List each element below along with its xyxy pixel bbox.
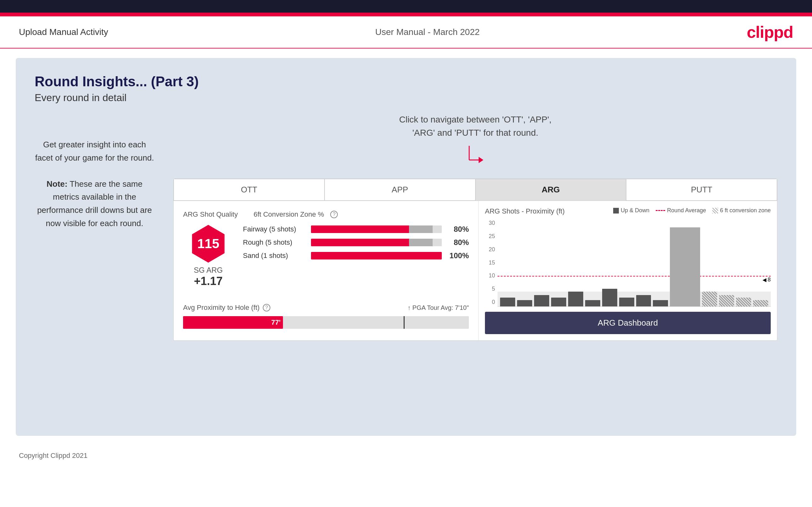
- main-card: OTT APP ARG PUTT ARG Shot Quality 6ft Co…: [173, 178, 777, 341]
- annotation-text: Click to navigate between 'OTT', 'APP', …: [399, 113, 552, 139]
- upload-manual-label[interactable]: Upload Manual Activity: [19, 27, 108, 37]
- tab-bar: OTT APP ARG PUTT: [173, 179, 777, 201]
- bar-5: [568, 292, 583, 306]
- proximity-help-icon[interactable]: ?: [263, 304, 270, 312]
- bar-group-4: [551, 219, 566, 306]
- legend-updown: Up & Down: [613, 207, 649, 214]
- shot-row-fairway: Fairway (5 shots) 80%: [243, 225, 469, 234]
- chart-title: ARG Shots - Proximity (ft): [485, 207, 565, 215]
- y-label-25: 25: [485, 233, 496, 240]
- svg-marker-2: [478, 157, 484, 163]
- shot-row-sand: Sand (1 shots) 100%: [243, 251, 469, 260]
- bars-container: [498, 219, 771, 306]
- bar-4: [551, 297, 566, 306]
- y-label-15: 15: [485, 260, 496, 266]
- main-content: Round Insights... (Part 3) Every round i…: [16, 58, 796, 436]
- chart-legend: Up & Down Round Average 6 ft conversion …: [613, 207, 771, 214]
- legend-updown-icon: [613, 208, 619, 214]
- bar-3: [534, 295, 549, 306]
- bar-sand: [311, 252, 442, 260]
- shot-label-fairway: Fairway (5 shots): [243, 225, 306, 233]
- proximity-marker: [404, 316, 405, 329]
- copyright-text: Copyright Clippd 2021: [19, 452, 88, 459]
- bar-11-light: [670, 227, 700, 306]
- logo: clippd: [747, 23, 793, 42]
- bar-group-5: [568, 219, 583, 306]
- page-subtitle: Every round in detail: [35, 92, 777, 104]
- proximity-section: Avg Proximity to Hole (ft) ? ↑ PGA Tour …: [183, 303, 469, 329]
- left-card-content: ARG Shot Quality 6ft Conversion Zone % ?…: [173, 201, 478, 340]
- bar-14-hatched: [736, 297, 751, 306]
- hexagon-area: 115 SG ARG +1.17: [183, 225, 234, 294]
- bar-group-11: [670, 219, 700, 306]
- y-label-0: 0: [485, 299, 496, 305]
- top-bar: [0, 0, 812, 13]
- y-label-30: 30: [485, 220, 496, 226]
- proximity-fill: 77': [183, 316, 283, 329]
- chart-header: ARG Shots - Proximity (ft) Up & Down Rou…: [485, 207, 771, 215]
- chart-plot: ◀ 8: [498, 219, 771, 307]
- arg-dashboard-button[interactable]: ARG Dashboard: [485, 312, 771, 334]
- pct-fairway: 80%: [447, 225, 469, 234]
- bar-6: [585, 300, 600, 306]
- sg-value: +1.17: [194, 275, 222, 288]
- bar-group-3: [534, 219, 549, 306]
- bar-group-2: [517, 219, 532, 306]
- bar-group-13: [719, 219, 734, 306]
- y-axis: 0 5 10 15 20 25 30: [485, 219, 496, 307]
- manual-date-label: User Manual - March 2022: [375, 27, 479, 37]
- note-label: Note:: [47, 179, 67, 189]
- bar-9: [636, 295, 651, 306]
- bar-15-hatched: [753, 300, 768, 306]
- bar-group-6: [585, 219, 600, 306]
- y-label-5: 5: [485, 286, 496, 292]
- proximity-value: 77': [271, 318, 281, 327]
- legend-6ft: 6 ft conversion zone: [712, 207, 771, 214]
- tab-app[interactable]: APP: [324, 179, 475, 201]
- left-description: Get greater insight into each facet of y…: [35, 138, 154, 230]
- shot-quality-header: ARG Shot Quality 6ft Conversion Zone % ?: [183, 210, 469, 219]
- hex-score: 115: [189, 225, 227, 263]
- footer: Copyright Clippd 2021: [0, 445, 812, 466]
- pct-sand: 100%: [447, 251, 469, 260]
- chart-area: 0 5 10 15 20 25 30: [485, 219, 771, 307]
- right-section: Click to navigate between 'OTT', 'APP', …: [173, 113, 777, 341]
- shot-label-sand: Sand (1 shots): [243, 251, 306, 260]
- bar-group-10: [653, 219, 668, 306]
- proximity-header: Avg Proximity to Hole (ft) ? ↑ PGA Tour …: [183, 303, 469, 312]
- bar-7: [602, 289, 617, 306]
- card-body: ARG Shot Quality 6ft Conversion Zone % ?…: [173, 201, 777, 340]
- y-label-10: 10: [485, 272, 496, 279]
- annotation-area: Click to navigate between 'OTT', 'APP', …: [173, 113, 777, 172]
- legend-hatched-icon: [712, 208, 718, 214]
- tab-arg[interactable]: ARG: [475, 179, 626, 201]
- bar-fairway: [311, 225, 442, 233]
- legend-round-avg: Round Average: [656, 207, 706, 214]
- pga-avg-label: ↑ PGA Tour Avg: 7'10": [407, 304, 469, 312]
- sg-label: SG ARG: [194, 266, 223, 275]
- y-label-20: 20: [485, 246, 496, 253]
- bar-group-14: [736, 219, 751, 306]
- conversion-help-icon[interactable]: ?: [330, 211, 338, 218]
- bar-group-15: [753, 219, 768, 306]
- bar-rough: [311, 239, 442, 246]
- conversion-label: 6ft Conversion Zone %: [254, 210, 324, 219]
- round-avg-label: Round Average: [667, 207, 706, 214]
- left-panel: Get greater insight into each facet of y…: [35, 113, 154, 341]
- bar-group-9: [636, 219, 651, 306]
- proximity-label-group: Avg Proximity to Hole (ft) ?: [183, 303, 270, 312]
- page-title: Round Insights... (Part 3): [35, 74, 777, 90]
- bar-group-1: [500, 219, 515, 306]
- shot-bars-area: Fairway (5 shots) 80%: [243, 225, 469, 265]
- bar-13-hatched: [719, 295, 734, 306]
- bar-10: [653, 300, 668, 306]
- tab-ott[interactable]: OTT: [173, 179, 324, 201]
- tab-putt[interactable]: PUTT: [626, 179, 777, 201]
- bar-group-7: [602, 219, 617, 306]
- bar-1: [500, 297, 515, 306]
- shot-label-rough: Rough (5 shots): [243, 238, 306, 246]
- header: Upload Manual Activity User Manual - Mar…: [0, 16, 812, 49]
- annotation-arrow: [463, 143, 488, 172]
- accent-bar: [0, 13, 812, 16]
- legend-dashed-icon: [656, 210, 665, 211]
